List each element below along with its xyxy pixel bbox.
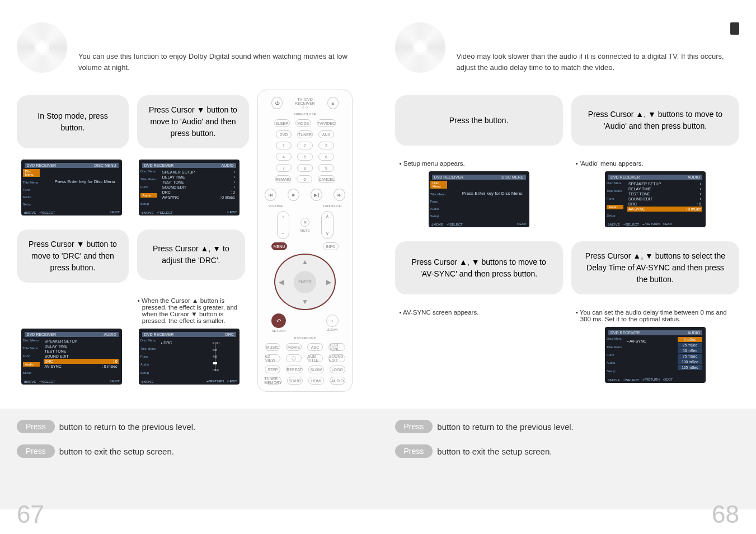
mute-label: MUTE <box>300 229 310 232</box>
num-8[interactable]: 8 <box>297 164 313 172</box>
sdhd-button[interactable]: SD/HD <box>287 377 303 385</box>
zoom-button[interactable]: + <box>326 315 339 327</box>
arrow-right-icon[interactable]: ▶ <box>326 278 331 286</box>
remain-button[interactable]: REMAIN <box>275 175 291 183</box>
tv-hdr-left: DVD RECEIVER <box>144 163 174 167</box>
audio-button[interactable]: AUDIO <box>330 377 345 385</box>
tv-li: DELAY TIME <box>162 175 185 179</box>
left-step-4: Press Cursor ▲, ▼ to adjust the 'DRC'. <box>137 229 245 280</box>
sleep-button[interactable]: SLEEP <box>274 119 290 127</box>
enter-button[interactable]: ENTER <box>294 271 316 293</box>
info-button[interactable]: INFO <box>323 242 339 250</box>
num-0[interactable]: 0 <box>297 175 312 183</box>
tv-setup-menu: DVD RECEIVERDISC MENU Disc Menu Title Me… <box>429 171 529 227</box>
left-step-1: In Stop mode, press button. <box>17 95 129 148</box>
num-3[interactable]: 3 <box>318 142 334 149</box>
logo-button[interactable]: LOGO <box>330 366 345 373</box>
volume-rocker[interactable]: ＋− <box>277 211 289 239</box>
tv-side-item: Func <box>607 197 623 200</box>
plii-button[interactable]: ◯ <box>286 354 302 362</box>
tv-side: Disc Menu Title Menu Func Audio Setup <box>140 336 157 377</box>
prev-button[interactable]: ⏮ <box>265 189 276 201</box>
tv-foot-item: ⮐RETURN <box>642 378 660 382</box>
tv-li: SPEAKER SETUP <box>162 170 195 174</box>
num-2[interactable]: 2 <box>297 142 313 149</box>
tv-side-item: Audio <box>140 193 157 198</box>
movie-button[interactable]: MOVIE <box>286 343 302 351</box>
right-step-1: Press the button. <box>395 95 563 146</box>
menu-button[interactable]: MENU <box>271 242 287 250</box>
aux-button[interactable]: AUX <box>318 130 334 138</box>
tv-val: : 0 <box>697 202 701 206</box>
subtitle-button[interactable]: SUB TITLE <box>307 354 323 362</box>
music-button[interactable]: MUSIC <box>265 343 280 351</box>
testtone-button[interactable]: TEST TONE <box>328 343 345 351</box>
stop-button[interactable]: ■ <box>288 189 299 201</box>
num-7[interactable]: 7 <box>276 164 292 172</box>
tunermem-button[interactable]: TUNER MEMORY <box>265 377 281 385</box>
tv-side: Disc Menu Title Menu Func Audio Setup <box>23 336 40 377</box>
ezview-button[interactable]: EZ VIEW <box>265 354 280 362</box>
num-1[interactable]: 1 <box>276 142 292 149</box>
tv-foot-item: ⎋EXIT <box>663 222 673 226</box>
left-step-4-wrap: Press Cursor ▲, ▼ to adjust the 'DRC'. <box>137 229 245 283</box>
num-9[interactable]: 9 <box>318 164 334 172</box>
tv-side-item: Disc Menu <box>430 181 447 189</box>
tv-side-item: Disc Menu <box>140 170 157 173</box>
tick: 4/8 <box>213 355 217 358</box>
drc-text: DRC <box>163 341 172 345</box>
open-close-button[interactable]: ▲ <box>327 97 339 109</box>
tv-foot-item: ➲MOVE <box>607 222 620 226</box>
tuning-rocker[interactable]: ∧∨ <box>321 211 334 239</box>
tv-hdr-left: DVD RECEIVER <box>27 163 57 167</box>
soundedit-button[interactable]: SOUND EDIT <box>328 354 345 362</box>
left-intro-block: You can use this function to enjoy Dolby… <box>0 0 378 84</box>
hdmi-button[interactable]: HDMI <box>308 377 324 385</box>
mute-button[interactable]: ✕ <box>300 218 309 227</box>
right-step-3: Press Cursor ▲, ▼ buttons to move to 'AV… <box>395 241 563 294</box>
tv-side: Disc Menu Title Menu Func Audio Setup <box>607 335 623 375</box>
cancel-button[interactable]: CANCEL <box>318 175 335 183</box>
tvvideo-button[interactable]: TV/VIDEO <box>317 119 336 127</box>
page-number-left: 67 <box>17 500 44 528</box>
return-button[interactable]: ↶ <box>271 313 286 328</box>
repeat-button[interactable]: REPEAT <box>286 366 303 373</box>
tv-side-item: Disc Menu <box>23 169 40 177</box>
shot-slot: DVD RECEIVERDRC Disc Menu Title Menu Fun… <box>134 329 243 385</box>
slow-button[interactable]: SLOW <box>308 366 324 373</box>
mode-button[interactable]: MODE <box>295 119 311 127</box>
tv-li: SOUND EDIT <box>162 185 186 189</box>
play-pause-button[interactable]: ▶∥ <box>311 189 322 201</box>
tuning-label: TUNING/CH <box>323 204 341 208</box>
tick: FULL <box>213 341 221 345</box>
dvd-button[interactable]: DVD <box>276 130 292 138</box>
arrow-down-icon[interactable]: ▼ <box>302 298 308 306</box>
zoom-label: ZOOM <box>327 328 337 331</box>
shot-slot: DVD RECEIVER DISC MENU Disc Menu Title M… <box>17 160 126 216</box>
tv-side-item: Func <box>430 200 447 203</box>
power-icon[interactable]: ⏻ <box>271 97 283 109</box>
tv-foot-item: ⏎SELECT <box>39 210 55 214</box>
tv-li: DRC <box>45 359 53 363</box>
bottom-bar: Press button to return to the previous l… <box>0 409 756 509</box>
page-left: In Stop mode, press button. Press Cursor… <box>0 84 378 409</box>
arrow-left-icon[interactable]: ◀ <box>279 278 284 286</box>
num-4[interactable]: 4 <box>276 153 292 161</box>
dpad[interactable]: ▲ ▼ ◀ ▶ ENTER <box>274 254 336 310</box>
tv-hdr-right: AUDIO <box>688 175 700 179</box>
num-5[interactable]: 5 <box>297 153 313 161</box>
next-button[interactable]: ⏭ <box>334 189 345 201</box>
tv-side-item: Disc Menu <box>607 337 623 340</box>
tv-side-item: Func <box>607 353 623 357</box>
tuner-button[interactable]: TUNER <box>297 130 313 138</box>
tv-side-item: Disc Menu <box>140 339 157 342</box>
arrow-up-icon[interactable]: ▲ <box>302 258 308 266</box>
asc-button[interactable]: ASC <box>307 343 323 351</box>
tv-side-item: Audio <box>430 207 447 210</box>
step-button[interactable]: STEP <box>265 366 280 373</box>
tv-audio-list: SPEAKER SETUP DELAY TIME TEST TONE SOUND… <box>44 339 119 369</box>
num-6[interactable]: 6 <box>318 153 334 161</box>
tv-hdr-left: DVD RECEIVER <box>27 332 57 336</box>
exit-text: button to exit the setup screen. <box>437 447 552 456</box>
top-section: You can use this function to enjoy Dolby… <box>0 0 756 84</box>
